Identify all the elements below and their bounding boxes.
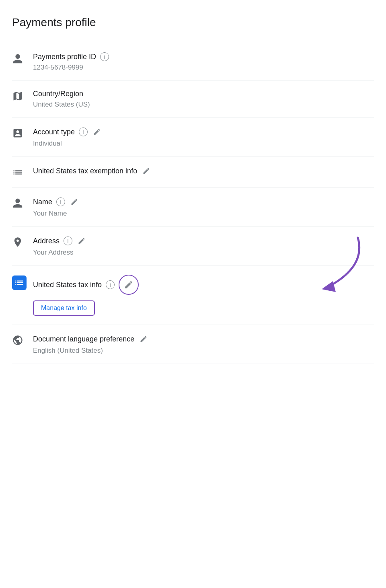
tax-exemption-label: United States tax exemption info xyxy=(33,167,137,175)
account-type-value: Individual xyxy=(33,140,374,148)
row-name: Name i Your Name xyxy=(12,188,374,227)
doc-language-label: Document language preference xyxy=(33,335,134,343)
row-account-type: Account type i Individual xyxy=(12,118,374,157)
doc-language-content: Document language preference English (Un… xyxy=(33,334,374,355)
tax-info-content: United States tax info i Manage tax info xyxy=(33,275,374,316)
address-label: Address xyxy=(33,237,60,245)
address-value: Your Address xyxy=(33,249,374,257)
address-content: Address i Your Address xyxy=(33,236,374,257)
row-tax-exemption: United States tax exemption info xyxy=(12,157,374,188)
row-doc-language: Document language preference English (Un… xyxy=(12,325,374,364)
address-edit-icon[interactable] xyxy=(76,236,87,246)
account-type-icon xyxy=(12,127,33,139)
account-type-edit-icon[interactable] xyxy=(92,127,102,137)
profile-id-info-icon[interactable]: i xyxy=(100,52,109,61)
address-info-icon[interactable]: i xyxy=(64,236,72,245)
name-edit-icon[interactable] xyxy=(69,197,80,207)
name-label: Name xyxy=(33,198,52,206)
country-icon xyxy=(12,90,33,102)
account-type-content: Account type i Individual xyxy=(33,127,374,148)
profile-id-icon xyxy=(12,52,33,64)
profile-id-value: 1234-5678-9999 xyxy=(33,64,374,72)
country-value: United States (US) xyxy=(33,101,374,109)
tax-exemption-edit-icon[interactable] xyxy=(141,166,152,176)
name-info-icon[interactable]: i xyxy=(56,197,65,206)
tax-info-label: United States tax info xyxy=(33,281,102,289)
page-title: Payments profile xyxy=(12,16,374,29)
row-profile-id: Payments profile ID i 1234-5678-9999 xyxy=(12,43,374,81)
tax-info-edit-circled-icon[interactable] xyxy=(119,275,139,295)
doc-language-value: English (United States) xyxy=(33,347,374,355)
tax-exemption-content: United States tax exemption info xyxy=(33,166,374,179)
country-label: Country/Region xyxy=(33,90,83,98)
doc-language-icon xyxy=(12,334,33,346)
row-tax-info: United States tax info i Manage tax info xyxy=(12,266,374,325)
profile-id-label: Payments profile ID xyxy=(33,53,96,61)
row-address: Address i Your Address xyxy=(12,227,374,266)
row-country: Country/Region United States (US) xyxy=(12,81,374,118)
name-icon xyxy=(12,197,33,209)
tax-info-icon xyxy=(12,275,33,290)
profile-id-content: Payments profile ID i 1234-5678-9999 xyxy=(33,52,374,72)
tax-info-info-icon[interactable]: i xyxy=(106,280,115,289)
account-type-info-icon[interactable]: i xyxy=(79,127,88,136)
address-icon xyxy=(12,236,33,248)
country-content: Country/Region United States (US) xyxy=(33,90,374,109)
name-value: Your Name xyxy=(33,210,374,218)
manage-tax-button[interactable]: Manage tax info xyxy=(33,300,95,316)
account-type-label: Account type xyxy=(33,128,75,136)
doc-language-edit-icon[interactable] xyxy=(138,334,149,344)
name-content: Name i Your Name xyxy=(33,197,374,218)
tax-exemption-icon xyxy=(12,166,33,178)
